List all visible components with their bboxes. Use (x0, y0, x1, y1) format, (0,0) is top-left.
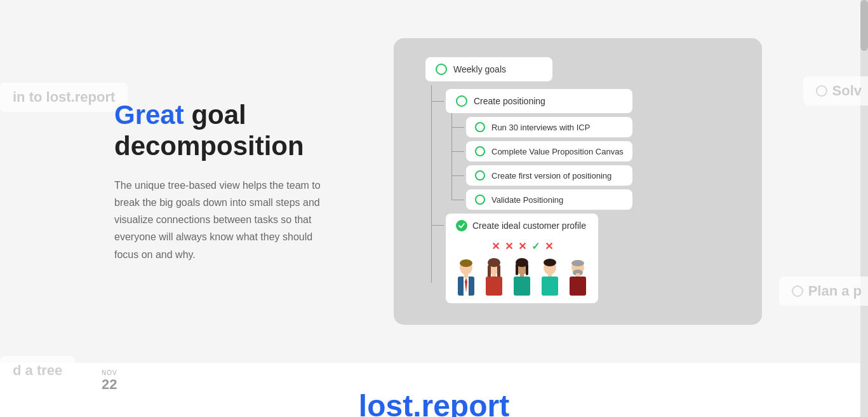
float-right-bottom-text: Plan a p (808, 283, 862, 299)
create-positioning-circle (456, 95, 467, 107)
headline-blue: Great (114, 100, 184, 130)
svg-point-1 (460, 259, 472, 267)
votes-row: ✕ ✕ ✕ ✓ ✕ (446, 238, 598, 255)
svg-rect-26 (570, 277, 586, 296)
float-date-day: 22 (102, 376, 117, 393)
level1-container: Create positioning Run 30 interviews (446, 89, 632, 306)
svg-point-19 (544, 259, 556, 266)
weekly-goals-circle (436, 64, 447, 75)
svg-rect-8 (488, 265, 491, 278)
customer-profile-header: Create ideal customer profile (446, 214, 598, 238)
bottom-section: lost.report (0, 363, 868, 417)
child2-item[interactable]: Complete Value Proposition Canvas (466, 141, 632, 161)
page-wrapper: in to lost.report d a tree NOV 22 Great … (0, 0, 868, 417)
svg-point-23 (571, 260, 584, 266)
child2-circle (475, 146, 485, 156)
child1-item[interactable]: Run 30 interviews with ICP (466, 117, 632, 137)
hline-customer (431, 225, 444, 226)
level2-vline (451, 113, 452, 200)
illustration-panel: Weekly goals Create positioning (394, 38, 762, 325)
hline-positioning (431, 101, 444, 102)
avatar-3 (509, 257, 535, 298)
weekly-goals-item[interactable]: Weekly goals (425, 57, 552, 81)
main-headline: Great goaldecomposition (114, 100, 356, 161)
tree-wrapper: Weekly goals Create positioning (413, 57, 743, 306)
create-positioning-row: Create positioning (446, 89, 632, 113)
float-right-top: Solv (803, 76, 868, 106)
svg-rect-11 (486, 277, 502, 296)
weekly-goals-label: Weekly goals (453, 64, 506, 74)
description-text: The unique tree-based view helps the tea… (114, 177, 330, 263)
child1-row: Run 30 interviews with ICP (466, 117, 632, 137)
child2-label: Complete Value Proposition Canvas (491, 147, 624, 156)
child4-item[interactable]: Validate Positioning (466, 189, 632, 210)
left-content: Great goaldecomposition The unique tree-… (114, 100, 356, 263)
root-vline (431, 85, 432, 283)
child3-label: Create first version of positioning (491, 171, 611, 181)
vote-3: ✕ (518, 240, 526, 252)
child3-item[interactable]: Create first version of positioning (466, 165, 632, 186)
customer-profile-circle-filled (456, 220, 467, 231)
brand-title: lost.report (359, 388, 509, 417)
float-date: NOV 22 (102, 369, 117, 393)
child3-circle (475, 170, 485, 181)
float-right-top-label: Solv (803, 76, 868, 106)
root-row: Weekly goals (425, 57, 552, 85)
child1-label: Run 30 interviews with ICP (491, 123, 590, 132)
svg-rect-5 (464, 273, 468, 278)
child2-row: Complete Value Proposition Canvas (466, 141, 632, 161)
svg-rect-15 (526, 264, 528, 275)
create-positioning-item[interactable]: Create positioning (446, 89, 632, 113)
customer-profile-card[interactable]: Create ideal customer profile ✕ ✕ ✕ ✓ ✕ (446, 214, 598, 303)
avatars-row (446, 255, 598, 303)
svg-rect-21 (542, 277, 558, 296)
level2-container: Run 30 interviews with ICP Complete Valu… (466, 117, 632, 210)
vote-4: ✓ (531, 240, 540, 252)
svg-rect-14 (516, 264, 518, 275)
avatar-2 (481, 257, 507, 298)
svg-rect-17 (514, 277, 530, 296)
child3-row: Create first version of positioning (466, 165, 632, 186)
float-right-bottom-label: Plan a p (779, 277, 868, 306)
hline-child2 (451, 151, 464, 152)
avatar-1 (453, 257, 479, 298)
vote-5: ✕ (545, 240, 553, 252)
customer-profile-label: Create ideal customer profile (472, 221, 586, 231)
avatar-5 (564, 257, 591, 298)
hline-child4 (451, 200, 464, 200)
float-right-top-circle (816, 85, 827, 97)
hline-child3 (451, 175, 464, 176)
child1-circle (475, 122, 485, 132)
hline-child1 (451, 127, 464, 128)
create-positioning-label: Create positioning (474, 96, 545, 106)
child4-row: Validate Positioning (466, 189, 632, 210)
float-right-bottom-circle (792, 285, 803, 297)
child4-label: Validate Positioning (491, 195, 563, 205)
float-right-top-text: Solv (832, 83, 862, 99)
child4-circle (475, 195, 485, 205)
float-right-bottom: Plan a p (779, 277, 868, 306)
main-section: Great goaldecomposition The unique tree-… (0, 0, 868, 363)
avatar-4 (537, 257, 563, 298)
vote-1: ✕ (491, 240, 500, 252)
svg-rect-9 (497, 265, 500, 278)
float-date-month: NOV (102, 369, 117, 376)
customer-profile-row: Create ideal customer profile ✕ ✕ ✕ ✓ ✕ (446, 214, 632, 306)
vote-2: ✕ (505, 240, 513, 252)
